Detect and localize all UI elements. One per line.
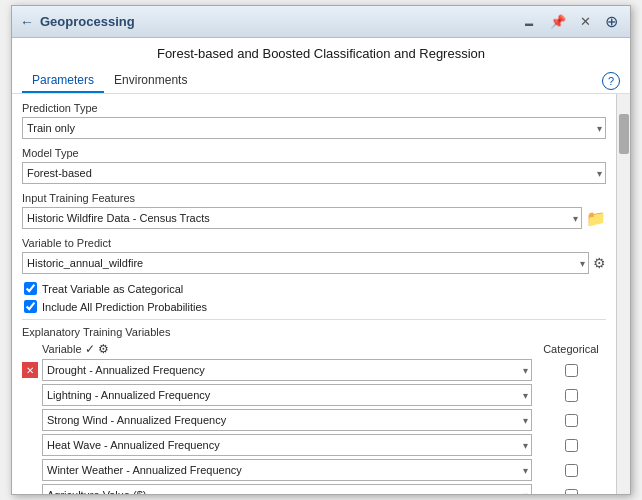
variable-to-predict-field: Variable to Predict Historic_annual_wild… (22, 237, 606, 274)
back-button[interactable]: ← (20, 14, 34, 30)
ev-row-1-select[interactable]: Drought - Annualized Frequency (42, 359, 532, 381)
ev-row-2: Lightning - Annualized Frequency (22, 384, 606, 406)
ev-row-6-select-wrapper[interactable]: Agriculture Value ($) (42, 484, 532, 494)
prediction-type-select[interactable]: Train only (22, 117, 606, 139)
ev-row-4: Heat Wave - Annualized Frequency (22, 434, 606, 456)
ev-row-6-cat-checkbox[interactable] (565, 489, 578, 495)
right-scrollbar[interactable] (616, 94, 630, 494)
pin-button[interactable]: 📌 (546, 13, 570, 30)
title-bar-left: ← Geoprocessing (20, 14, 135, 30)
include-all-row: Include All Prediction Probabilities (22, 300, 606, 313)
scrollbar-thumb[interactable] (619, 114, 629, 154)
treat-categorical-checkbox[interactable] (24, 282, 37, 295)
ev-row-2-select-wrapper[interactable]: Lightning - Annualized Frequency (42, 384, 532, 406)
ev-row-5-categorical[interactable] (536, 464, 606, 477)
ev-row-6-categorical[interactable] (536, 489, 606, 495)
title-bar: ← Geoprocessing 🗕 📌 ✕ ⊕ (12, 6, 630, 38)
ev-row-3: Strong Wind - Annualized Frequency (22, 409, 606, 431)
ev-row-3-select-wrapper[interactable]: Strong Wind - Annualized Frequency (42, 409, 532, 431)
ev-row-2-categorical[interactable] (536, 389, 606, 402)
ev-row-3-select[interactable]: Strong Wind - Annualized Frequency (42, 409, 532, 431)
ev-row-4-categorical[interactable] (536, 439, 606, 452)
help-icon[interactable]: ? (602, 72, 620, 90)
model-type-label: Model Type (22, 147, 606, 159)
variable-to-predict-select[interactable]: Historic_annual_wildfire (22, 252, 589, 274)
section-divider (22, 319, 606, 320)
model-type-select[interactable]: Forest-based (22, 162, 606, 184)
explanatory-section-label: Explanatory Training Variables (22, 326, 606, 338)
scrollbar-area: Prediction Type Train only Model Type Fo… (12, 94, 630, 494)
ev-row-4-select[interactable]: Heat Wave - Annualized Frequency (42, 434, 532, 456)
ev-row-3-categorical[interactable] (536, 414, 606, 427)
ev-row-4-select-wrapper[interactable]: Heat Wave - Annualized Frequency (42, 434, 532, 456)
tab-parameters[interactable]: Parameters (22, 69, 104, 93)
categorical-col-header: Categorical (536, 343, 606, 355)
tab-environments[interactable]: Environments (104, 69, 197, 93)
ev-table-header: Variable ✓ ⚙ Categorical (22, 342, 606, 356)
ev-row-5: Winter Weather - Annualized Frequency (22, 459, 606, 481)
check-icon[interactable]: ✓ (85, 342, 95, 356)
settings-icon[interactable]: ⚙ (593, 255, 606, 271)
ev-row-6: Agriculture Value ($) (22, 484, 606, 494)
ev-row-6-select[interactable]: Agriculture Value ($) (42, 484, 532, 494)
treat-categorical-label[interactable]: Treat Variable as Categorical (42, 283, 183, 295)
delete-row-1-button[interactable]: ✕ (22, 362, 38, 378)
nav-bar: Parameters Environments ? (12, 65, 630, 94)
include-all-label[interactable]: Include All Prediction Probabilities (42, 301, 207, 313)
geoprocessing-window: ← Geoprocessing 🗕 📌 ✕ ⊕ Forest-based and… (11, 5, 631, 495)
nav-tabs: Parameters Environments (22, 69, 197, 93)
folder-icon[interactable]: 📁 (586, 209, 606, 228)
variable-to-predict-row: Historic_annual_wildfire ⚙ (22, 252, 606, 274)
prediction-type-select-wrapper[interactable]: Train only (22, 117, 606, 139)
input-training-features-select[interactable]: Historic Wildfire Data - Census Tracts (22, 207, 582, 229)
title-bar-right: 🗕 📌 ✕ ⊕ (519, 11, 622, 32)
treat-categorical-row: Treat Variable as Categorical (22, 282, 606, 295)
include-all-checkbox[interactable] (24, 300, 37, 313)
window-subtitle: Forest-based and Boosted Classification … (12, 38, 630, 65)
ev-row-5-cat-checkbox[interactable] (565, 464, 578, 477)
prediction-type-field: Prediction Type Train only (22, 102, 606, 139)
ev-row-1: ✕ Drought - Annualized Frequency (22, 359, 606, 381)
input-training-features-select-wrapper[interactable]: Historic Wildfire Data - Census Tracts (22, 207, 582, 229)
ev-row-2-cat-checkbox[interactable] (565, 389, 578, 402)
ev-row-5-select-wrapper[interactable]: Winter Weather - Annualized Frequency (42, 459, 532, 481)
ev-row-1-cat-checkbox[interactable] (565, 364, 578, 377)
gear-icon-ev[interactable]: ⚙ (98, 342, 109, 356)
ev-row-3-cat-checkbox[interactable] (565, 414, 578, 427)
window-title: Geoprocessing (40, 14, 135, 29)
input-training-features-label: Input Training Features (22, 192, 606, 204)
model-type-field: Model Type Forest-based (22, 147, 606, 184)
prediction-type-label: Prediction Type (22, 102, 606, 114)
close-button[interactable]: ✕ (576, 13, 595, 30)
input-training-features-field: Input Training Features Historic Wildfir… (22, 192, 606, 229)
ev-row-5-select[interactable]: Winter Weather - Annualized Frequency (42, 459, 532, 481)
variable-to-predict-label: Variable to Predict (22, 237, 606, 249)
variable-to-predict-select-wrapper[interactable]: Historic_annual_wildfire (22, 252, 589, 274)
model-type-select-wrapper[interactable]: Forest-based (22, 162, 606, 184)
ev-row-1-select-wrapper[interactable]: Drought - Annualized Frequency (42, 359, 532, 381)
ev-row-2-select[interactable]: Lightning - Annualized Frequency (42, 384, 532, 406)
input-training-features-row: Historic Wildfire Data - Census Tracts 📁 (22, 207, 606, 229)
variable-col-header: Variable ✓ ⚙ (42, 342, 532, 356)
ev-row-4-cat-checkbox[interactable] (565, 439, 578, 452)
minimize-button[interactable]: 🗕 (519, 13, 540, 30)
add-button[interactable]: ⊕ (601, 11, 622, 32)
main-content: Prediction Type Train only Model Type Fo… (12, 94, 616, 494)
ev-row-1-categorical[interactable] (536, 364, 606, 377)
